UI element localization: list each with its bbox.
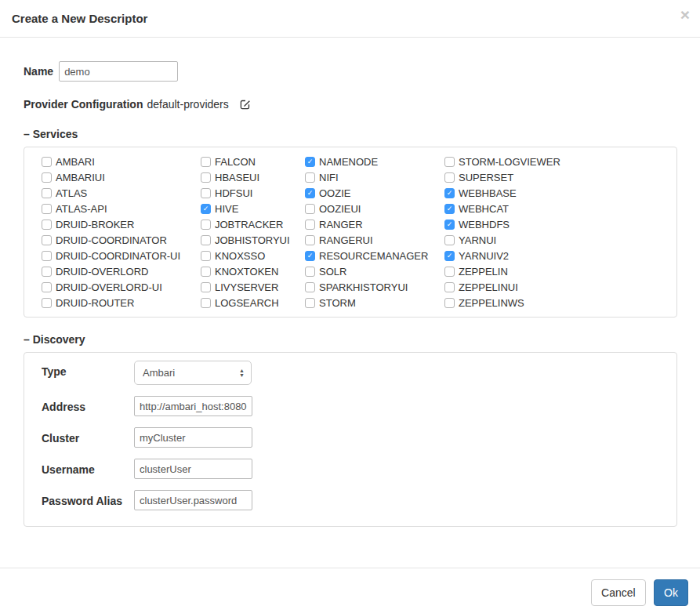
service-checkbox-namenode[interactable]: ✓NAMENODE [305, 154, 444, 169]
checkbox-checked-icon[interactable]: ✓ [444, 204, 455, 214]
checkbox-unchecked-icon[interactable] [305, 267, 315, 277]
service-checkbox-oozie[interactable]: ✓OOZIE [305, 185, 444, 201]
service-checkbox-storm-logviewer[interactable]: STORM-LOGVIEWER [444, 154, 676, 169]
service-label: NAMENODE [319, 156, 378, 168]
service-checkbox-hive[interactable]: ✓HIVE [201, 201, 305, 216]
service-label: RESOURCEMANAGER [319, 250, 428, 262]
checkbox-unchecked-icon[interactable] [201, 282, 211, 292]
service-checkbox-atlas-api[interactable]: ATLAS-API [42, 201, 201, 216]
discovery-section-toggle[interactable]: – Discovery [24, 333, 677, 346]
service-checkbox-ranger[interactable]: RANGER [305, 216, 444, 232]
service-checkbox-falcon[interactable]: FALCON [201, 154, 305, 169]
checkbox-unchecked-icon[interactable] [305, 298, 315, 308]
service-checkbox-solr[interactable]: SOLR [305, 263, 444, 279]
service-checkbox-resourcemanager[interactable]: ✓RESOURCEMANAGER [305, 248, 444, 263]
type-select-wrap: Ambari ▲▼ [134, 361, 252, 385]
service-checkbox-knoxtoken[interactable]: KNOXTOKEN [201, 263, 305, 279]
checkbox-unchecked-icon[interactable] [42, 204, 52, 214]
checkbox-unchecked-icon[interactable] [42, 298, 52, 308]
checkbox-checked-icon[interactable]: ✓ [444, 188, 455, 198]
checkbox-checked-icon[interactable]: ✓ [305, 188, 315, 198]
checkbox-checked-icon[interactable]: ✓ [444, 220, 455, 230]
checkbox-unchecked-icon[interactable] [201, 267, 211, 277]
username-input[interactable] [134, 459, 252, 479]
service-checkbox-ambariui[interactable]: AMBARIUI [42, 169, 201, 185]
service-checkbox-zeppelinui[interactable]: ZEPPELINUI [444, 279, 676, 295]
password-alias-input[interactable] [134, 490, 252, 510]
checkbox-unchecked-icon[interactable] [305, 235, 315, 245]
service-checkbox-zeppelin[interactable]: ZEPPELIN [444, 263, 676, 279]
service-label: DRUID-COORDINATOR [56, 234, 167, 246]
address-row: Address [42, 396, 676, 416]
checkbox-unchecked-icon[interactable] [444, 235, 455, 245]
name-input[interactable] [59, 61, 178, 82]
checkbox-unchecked-icon[interactable] [42, 282, 52, 292]
service-label: YARNUI [459, 234, 496, 246]
checkbox-unchecked-icon[interactable] [305, 172, 315, 183]
service-checkbox-hbaseui[interactable]: HBASEUI [201, 169, 305, 185]
checkbox-unchecked-icon[interactable] [42, 157, 52, 167]
checkbox-unchecked-icon[interactable] [444, 282, 455, 292]
service-checkbox-sparkhistoryui[interactable]: SPARKHISTORYUI [305, 279, 444, 295]
service-checkbox-storm[interactable]: STORM [305, 295, 444, 310]
checkbox-unchecked-icon[interactable] [305, 204, 315, 214]
checkbox-checked-icon[interactable]: ✓ [201, 204, 211, 214]
checkbox-unchecked-icon[interactable] [42, 267, 52, 277]
service-checkbox-yarnuiv2[interactable]: ✓YARNUIV2 [444, 248, 676, 263]
service-checkbox-druid-coordinator[interactable]: DRUID-COORDINATOR [42, 232, 201, 248]
checkbox-unchecked-icon[interactable] [42, 172, 52, 183]
checkbox-unchecked-icon[interactable] [201, 235, 211, 245]
service-checkbox-webhbase[interactable]: ✓WEBHBASE [444, 185, 676, 201]
name-label: Name [24, 65, 53, 78]
service-checkbox-ambari[interactable]: AMBARI [42, 154, 201, 169]
service-checkbox-rangerui[interactable]: RANGERUI [305, 232, 444, 248]
service-checkbox-druid-router[interactable]: DRUID-ROUTER [42, 295, 201, 310]
service-checkbox-webhdfs[interactable]: ✓WEBHDFS [444, 216, 676, 232]
service-checkbox-livyserver[interactable]: LIVYSERVER [201, 279, 305, 295]
password-alias-label: Password Alias [42, 490, 134, 510]
checkbox-unchecked-icon[interactable] [201, 251, 211, 261]
service-checkbox-jobtracker[interactable]: JOBTRACKER [201, 216, 305, 232]
checkbox-unchecked-icon[interactable] [42, 251, 52, 261]
cancel-button[interactable]: Cancel [591, 579, 646, 606]
checkbox-unchecked-icon[interactable] [444, 267, 455, 277]
checkbox-unchecked-icon[interactable] [201, 172, 211, 183]
checkbox-checked-icon[interactable]: ✓ [444, 251, 455, 261]
checkbox-unchecked-icon[interactable] [201, 188, 211, 198]
service-checkbox-druid-overlord[interactable]: DRUID-OVERLORD [42, 263, 201, 279]
cluster-input[interactable] [134, 427, 252, 448]
service-checkbox-jobhistoryui[interactable]: JOBHISTORYUI [201, 232, 305, 248]
checkbox-unchecked-icon[interactable] [305, 220, 315, 230]
checkbox-unchecked-icon[interactable] [201, 298, 211, 308]
service-checkbox-zeppelinws[interactable]: ZEPPELINWS [444, 295, 676, 310]
checkbox-unchecked-icon[interactable] [444, 298, 455, 308]
checkbox-unchecked-icon[interactable] [201, 220, 211, 230]
service-checkbox-druid-overlord-ui[interactable]: DRUID-OVERLORD-UI [42, 279, 201, 295]
service-checkbox-druid-broker[interactable]: DRUID-BROKER [42, 216, 201, 232]
address-input[interactable] [134, 396, 252, 416]
service-checkbox-oozieui[interactable]: OOZIEUI [305, 201, 444, 216]
close-icon[interactable]: × [680, 6, 690, 23]
checkbox-unchecked-icon[interactable] [42, 220, 52, 230]
services-section-toggle[interactable]: – Services [24, 128, 677, 140]
service-checkbox-hdfsui[interactable]: HDFSUI [201, 185, 305, 201]
ok-button[interactable]: Ok [654, 579, 688, 606]
service-checkbox-logsearch[interactable]: LOGSEARCH [201, 295, 305, 310]
type-select[interactable]: Ambari [134, 361, 252, 385]
edit-icon[interactable] [240, 99, 251, 110]
service-checkbox-atlas[interactable]: ATLAS [42, 185, 201, 201]
checkbox-checked-icon[interactable]: ✓ [305, 157, 315, 167]
checkbox-unchecked-icon[interactable] [42, 235, 52, 245]
service-checkbox-nifi[interactable]: NIFI [305, 169, 444, 185]
service-checkbox-druid-coordinator-ui[interactable]: DRUID-COORDINATOR-UI [42, 248, 201, 263]
checkbox-checked-icon[interactable]: ✓ [305, 251, 315, 261]
checkbox-unchecked-icon[interactable] [305, 282, 315, 292]
checkbox-unchecked-icon[interactable] [42, 188, 52, 198]
checkbox-unchecked-icon[interactable] [201, 157, 211, 167]
service-checkbox-yarnui[interactable]: YARNUI [444, 232, 676, 248]
service-checkbox-webhcat[interactable]: ✓WEBHCAT [444, 201, 676, 216]
checkbox-unchecked-icon[interactable] [444, 157, 455, 167]
service-checkbox-superset[interactable]: SUPERSET [444, 169, 676, 185]
service-checkbox-knoxsso[interactable]: KNOXSSO [201, 248, 305, 263]
checkbox-unchecked-icon[interactable] [444, 172, 455, 183]
